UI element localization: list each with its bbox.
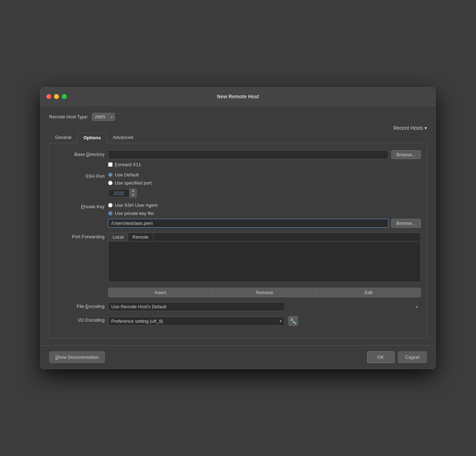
io-encoding-select[interactable]: Preference setting (utf_8) UTF-8 UTF-16 <box>108 317 285 326</box>
private-key-row: Private Key Use SSH User Agent Use priva… <box>55 203 421 228</box>
host-type-select[interactable]: AWS SSH Local <box>92 113 115 121</box>
titlebar: New Remote Host <box>41 87 435 106</box>
port-forwarding-label: Port Forwarding <box>55 233 105 239</box>
port-number-input[interactable] <box>108 189 129 197</box>
use-file-radio-row: Use private key file: <box>108 211 421 216</box>
io-encoding-label: I/O Encoding <box>55 316 105 323</box>
pf-edit-button[interactable]: Edit <box>317 288 421 297</box>
tab-general[interactable]: General <box>49 132 77 143</box>
pf-remove-button[interactable]: Remove <box>213 288 317 297</box>
file-encoding-select-wrapper: Use Remote Host's Default UTF-8 UTF-16 I… <box>108 302 421 311</box>
ok-button[interactable]: OK <box>367 351 394 363</box>
recent-hosts-row: Recent Hosts ▾ <box>49 125 427 131</box>
recent-hosts-label: Recent Hosts <box>393 125 423 131</box>
io-encoding-settings-icon[interactable]: 🔧 <box>288 316 298 326</box>
pf-tab-local[interactable]: Local <box>108 233 128 241</box>
cancel-button[interactable]: Cancel <box>398 351 427 363</box>
forward-x11-label: Forward X11 <box>115 162 141 167</box>
show-doc-label: Show Documentation <box>55 355 99 360</box>
use-file-label: Use private key file: <box>115 211 155 216</box>
io-encoding-row: I/O Encoding Preference setting (utf_8) … <box>55 316 421 326</box>
recent-hosts-arrow: ▾ <box>424 125 427 131</box>
use-agent-radio[interactable] <box>108 203 113 207</box>
private-key-browse-button[interactable]: Browse... <box>391 219 421 228</box>
private-key-controls: Use SSH User Agent Use private key file:… <box>108 203 421 228</box>
base-directory-controls: Browse... Forward X11 <box>108 150 421 167</box>
cancel-label: Cancel <box>405 355 420 360</box>
dialog-title: New Remote Host <box>217 94 259 99</box>
tabs-row: General Options Advanced <box>49 132 427 143</box>
file-encoding-select[interactable]: Use Remote Host's Default UTF-8 UTF-16 I… <box>108 302 285 311</box>
settings-glyph: 🔧 <box>290 318 297 325</box>
base-directory-input[interactable] <box>108 150 388 159</box>
tab-options[interactable]: Options <box>77 133 107 143</box>
dialog-content: Remote Host Type: AWS SSH Local Recent H… <box>41 106 435 345</box>
base-directory-label: Base Directory <box>55 150 105 157</box>
ssh-port-specified-label: Use specified port: <box>115 180 153 186</box>
ssh-port-specified-radio[interactable] <box>108 181 113 185</box>
private-key-file-row: Browse... <box>108 219 421 228</box>
pf-insert-button[interactable]: Insert <box>108 288 213 297</box>
minimize-button[interactable] <box>54 94 59 99</box>
base-directory-row: Base Directory Browse... Forward X11 <box>55 150 421 167</box>
port-forwarding-area: Local Remote <box>108 233 421 282</box>
port-forwarding-buttons: Insert Remove Edit <box>108 288 421 297</box>
port-decrement-button[interactable]: ▼ <box>130 193 137 197</box>
io-encoding-controls: Preference setting (utf_8) UTF-8 UTF-16 … <box>108 316 421 326</box>
host-type-select-wrapper: AWS SSH Local <box>92 113 115 121</box>
private-key-file-input[interactable] <box>108 219 388 228</box>
base-directory-browse-button[interactable]: Browse... <box>391 150 421 159</box>
port-increment-button[interactable]: ▲ <box>130 189 137 193</box>
io-encoding-select-wrapper: Preference setting (utf_8) UTF-8 UTF-16 <box>108 317 285 326</box>
show-documentation-button[interactable]: Show Documentation <box>49 351 105 363</box>
use-agent-radio-row: Use SSH User Agent <box>108 203 421 208</box>
ssh-port-default-radio[interactable] <box>108 173 113 177</box>
file-encoding-row: File Encoding Use Remote Host's Default … <box>55 302 421 311</box>
port-forwarding-row: Port Forwarding Local Remote <box>55 233 421 297</box>
window-controls <box>46 94 67 99</box>
ssh-port-default-label: Use Default <box>115 172 139 177</box>
port-forwarding-tabs: Local Remote <box>108 233 421 241</box>
port-forwarding-content <box>108 241 421 280</box>
io-encoding-input-row: Preference setting (utf_8) UTF-8 UTF-16 … <box>108 316 421 326</box>
dialog-window: New Remote Host Remote Host Type: AWS SS… <box>40 87 436 369</box>
forward-x11-row: Forward X11 <box>108 162 421 167</box>
ssh-port-label: SSH Port <box>55 172 105 179</box>
ssh-port-row: SSH Port Use Default Use specified port: <box>55 172 421 198</box>
dialog-footer: Show Documentation OK Cancel <box>41 345 435 369</box>
port-forwarding-controls: Local Remote Insert Remove Edit <box>108 233 421 297</box>
host-type-row: Remote Host Type: AWS SSH Local <box>49 113 427 121</box>
base-directory-input-row: Browse... <box>108 150 421 159</box>
host-type-label: Remote Host Type: <box>49 114 88 119</box>
forward-x11-checkbox[interactable] <box>108 162 113 167</box>
use-agent-label: Use SSH User Agent <box>115 203 157 208</box>
footer-action-buttons: OK Cancel <box>367 351 427 363</box>
port-spinner-buttons: ▲ ▼ <box>129 188 137 198</box>
ssh-port-default-radio-row: Use Default <box>108 172 421 177</box>
tab-advanced[interactable]: Advanced <box>107 132 139 143</box>
ssh-port-controls: Use Default Use specified port: ▲ ▼ <box>108 172 421 198</box>
file-encoding-label: File Encoding <box>55 302 105 309</box>
options-tab-panel: Base Directory Browse... Forward X11 <box>49 143 427 338</box>
port-spinner-group: ▲ ▼ <box>108 188 421 198</box>
close-button[interactable] <box>46 94 51 99</box>
ssh-port-specified-radio-row: Use specified port: <box>108 180 421 186</box>
use-file-radio[interactable] <box>108 211 113 216</box>
file-encoding-controls: Use Remote Host's Default UTF-8 UTF-16 I… <box>108 302 421 311</box>
maximize-button[interactable] <box>62 94 67 99</box>
recent-hosts-button[interactable]: Recent Hosts ▾ <box>393 125 427 131</box>
pf-tab-remote[interactable]: Remote <box>128 233 153 241</box>
private-key-label: Private Key <box>55 203 105 209</box>
